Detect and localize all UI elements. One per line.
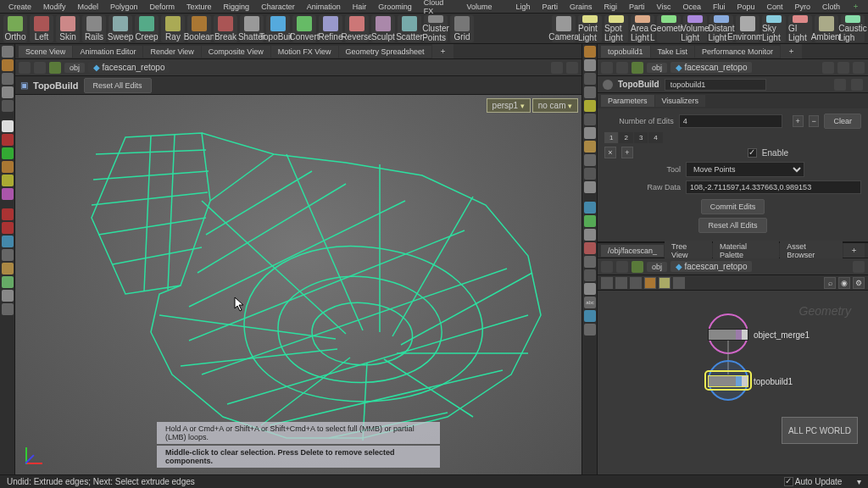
tab-asset-browser[interactable]: Asset Browser xyxy=(780,241,843,261)
tab-anim-editor[interactable]: Animation Editor xyxy=(73,46,142,58)
pin3-icon[interactable] xyxy=(853,261,865,273)
menu-ocea[interactable]: Ocea xyxy=(677,2,706,12)
nav-back-icon[interactable] xyxy=(19,62,31,74)
disp-g-icon[interactable] xyxy=(584,283,596,295)
cube-tool-icon[interactable] xyxy=(2,147,14,159)
menu-polygon[interactable]: Polygon xyxy=(105,2,143,12)
disk-tool-icon[interactable] xyxy=(2,175,14,186)
material-icon[interactable] xyxy=(584,154,596,166)
shelf-ray[interactable]: Ray xyxy=(161,15,185,42)
tab-motionfx-view[interactable]: Motion FX View xyxy=(271,46,338,58)
menu-cloth[interactable]: Cloth xyxy=(817,2,845,12)
enable-checkbox[interactable] xyxy=(748,148,757,158)
net-opts-icon[interactable]: ⚙ xyxy=(853,277,865,289)
node-help-icon[interactable] xyxy=(851,79,863,91)
disp-b-icon[interactable] xyxy=(584,215,596,227)
menu-rigi[interactable]: Rigi xyxy=(599,2,623,12)
input-raw-data[interactable] xyxy=(686,180,861,194)
shading-icon[interactable] xyxy=(584,59,596,71)
3d-viewport[interactable]: persp1 ▾ no cam ▾ Hold A or Cmd+A or Shi… xyxy=(15,95,581,474)
menu-hair[interactable]: Hair xyxy=(348,2,372,12)
extrude-tool-icon[interactable] xyxy=(2,236,14,247)
menu-pyro[interactable]: Pyro xyxy=(789,2,815,12)
shelf-cluster-points[interactable]: Cluster Points xyxy=(424,15,448,42)
pin-icon[interactable] xyxy=(551,62,563,74)
tab-material-palette[interactable]: Material Palette xyxy=(713,241,779,261)
disp-e-icon[interactable] xyxy=(584,256,596,268)
disp-opts-icon[interactable] xyxy=(584,324,596,336)
light-icon[interactable] xyxy=(584,100,596,112)
path-node[interactable]: ◆ facescan_retopo xyxy=(88,62,170,73)
menu-character[interactable]: Character xyxy=(256,2,300,12)
box-tool-icon[interactable] xyxy=(2,73,14,85)
menu-parti1[interactable]: Parti xyxy=(537,2,563,12)
nav-home3-icon[interactable] xyxy=(632,261,643,273)
shelf-boolean[interactable]: Boolean xyxy=(187,15,211,42)
commit-edits-button[interactable]: Commit Edits xyxy=(701,199,765,214)
tab-scene-view[interactable]: Scene View xyxy=(19,46,72,58)
num-edits-plus-icon[interactable]: + xyxy=(793,115,804,127)
tab-add2-icon[interactable]: ＋ xyxy=(781,44,802,58)
menu-grains[interactable]: Grains xyxy=(565,2,598,12)
camera-badge[interactable]: persp1 ▾ xyxy=(487,98,531,113)
net-view2-icon[interactable] xyxy=(644,277,656,289)
nocam-badge[interactable]: no cam ▾ xyxy=(532,98,578,113)
menu-visc[interactable]: Visc xyxy=(652,2,676,12)
ghost-icon[interactable] xyxy=(584,127,596,139)
magnet-tool-icon[interactable] xyxy=(2,222,14,234)
edit-remove-icon[interactable]: × xyxy=(604,147,616,158)
menu-lights[interactable]: Ligh xyxy=(510,2,535,12)
select-tool-icon[interactable] xyxy=(2,46,14,58)
shelf-break[interactable]: Break xyxy=(214,15,237,42)
menu-create[interactable]: Create xyxy=(3,2,36,12)
shelf-grid[interactable]: Grid xyxy=(450,15,474,42)
nav-fwd3-icon[interactable] xyxy=(616,261,628,273)
menu-popu[interactable]: Popu xyxy=(732,2,760,12)
tab-parameters[interactable]: Parameters xyxy=(601,95,654,107)
path-node2[interactable]: ◆ facescan_retopo xyxy=(670,62,752,73)
network-view[interactable]: Geometry object_merge1 topobuild1 xyxy=(598,291,868,474)
bridge-tool-icon[interactable] xyxy=(2,263,14,274)
auto-update-checkbox[interactable] xyxy=(784,477,793,486)
shelf-ortho[interactable]: Ortho xyxy=(3,15,27,42)
node-topobuild1[interactable]: topobuild1 xyxy=(708,375,793,387)
shelf-environme[interactable]: Environme xyxy=(736,15,760,42)
shelf-skin[interactable]: Skin xyxy=(56,15,80,42)
tab-render-view[interactable]: Render View xyxy=(143,46,200,58)
brush-tool-icon[interactable] xyxy=(2,86,14,98)
num-edits-minus-icon[interactable]: − xyxy=(809,115,820,127)
path-node3[interactable]: ◆ facescan_retopo xyxy=(670,261,752,272)
ring-tool-icon[interactable] xyxy=(2,188,14,200)
edit-tab-4[interactable]: 4 xyxy=(648,132,662,143)
camera-icon[interactable] xyxy=(584,86,596,98)
node-info-icon[interactable] xyxy=(834,79,846,91)
nav-back3-icon[interactable] xyxy=(601,261,613,273)
shelf-caustic-ligh[interactable]: Caustic Ligh xyxy=(841,15,865,42)
wireframe-icon[interactable] xyxy=(584,114,596,125)
tab-geo-spreadsheet[interactable]: Geometry Spreadsheet xyxy=(339,46,431,58)
edit-tab-1[interactable]: 1 xyxy=(604,132,618,143)
net-view3-icon[interactable] xyxy=(659,277,670,289)
net-search-icon[interactable]: ⌕ xyxy=(824,277,836,289)
shelf-ambient[interactable]: Ambient xyxy=(815,15,838,42)
grid-tool-icon[interactable] xyxy=(2,290,14,302)
node-gear-icon[interactable] xyxy=(603,80,613,90)
xray-icon[interactable] xyxy=(584,181,596,193)
menu-texture[interactable]: Texture xyxy=(181,2,217,12)
menu-deform[interactable]: Deform xyxy=(145,2,181,12)
status-menu-icon[interactable]: ▾ xyxy=(857,477,861,486)
pyramid-tool-icon[interactable] xyxy=(2,161,14,173)
menu-parti2[interactable]: Parti xyxy=(624,2,650,12)
arrow-tool-icon[interactable] xyxy=(2,120,14,132)
menu-cont[interactable]: Cont xyxy=(761,2,787,12)
edit-add-icon[interactable]: + xyxy=(621,147,633,158)
shelf-gi-light[interactable]: GI Light xyxy=(788,15,812,42)
menu-flui[interactable]: Flui xyxy=(708,2,731,12)
shelf-refine[interactable]: Refine xyxy=(319,15,342,42)
shelf-rails[interactable]: Rails xyxy=(82,15,106,42)
shelf-scatter[interactable]: Scatter xyxy=(398,15,421,42)
tab-perf-mon[interactable]: Performance Monitor xyxy=(695,46,780,58)
path-root3[interactable]: obj xyxy=(647,262,667,272)
net-eye-icon[interactable]: ◉ xyxy=(838,277,850,289)
move-tool-icon[interactable] xyxy=(2,100,14,112)
